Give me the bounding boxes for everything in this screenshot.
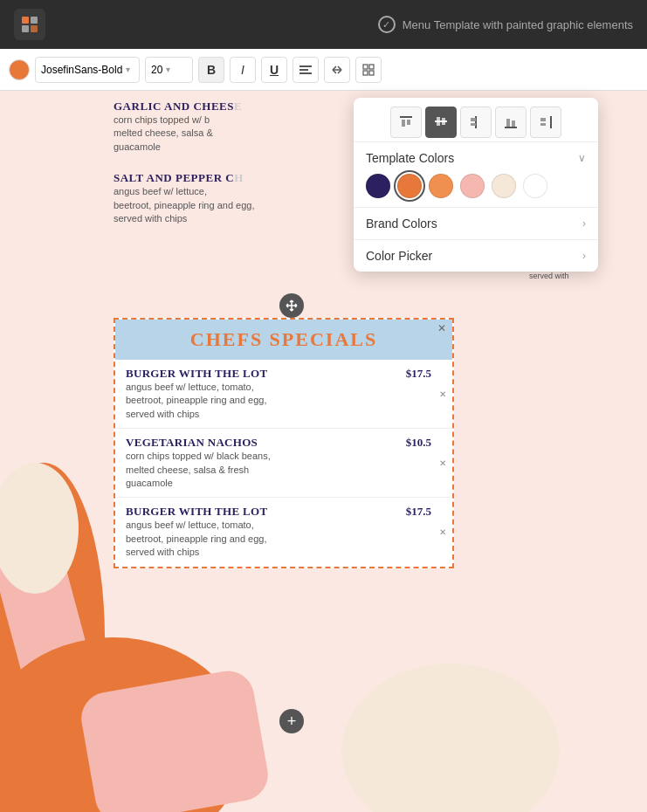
- svg-rect-22: [505, 127, 517, 128]
- expand-button[interactable]: [324, 57, 350, 83]
- swatch-orange[interactable]: [397, 174, 422, 198]
- svg-rect-27: [540, 123, 546, 126]
- swatch-light-orange[interactable]: [429, 174, 453, 198]
- alignment-controls: [354, 98, 598, 142]
- add-section-button[interactable]: +: [279, 709, 304, 733]
- svg-rect-24: [512, 120, 515, 127]
- featured-item-price-3: $17.5: [406, 505, 431, 519]
- align-btn-4[interactable]: [495, 107, 527, 138]
- swatch-pink[interactable]: [460, 174, 485, 198]
- featured-title: CHEFS SPECIALS: [124, 328, 444, 351]
- template-colors-header[interactable]: Template Colors ∨: [366, 151, 586, 165]
- featured-section: CHEFS SPECIALS ✕ BURGER WITH THE LOT $17…: [114, 318, 454, 568]
- remove-item-1[interactable]: ✕: [437, 388, 449, 400]
- align-btn-5[interactable]: [530, 107, 561, 138]
- featured-header: CHEFS SPECIALS ✕: [115, 320, 452, 360]
- svg-rect-6: [299, 72, 312, 74]
- svg-rect-8: [363, 65, 368, 69]
- remove-item-3[interactable]: ✕: [437, 526, 449, 538]
- brand-colors-chevron: ›: [582, 217, 586, 230]
- svg-rect-11: [369, 71, 374, 75]
- font-size-selector[interactable]: 20 ▾: [145, 57, 193, 83]
- status-text: Menu Template with painted graphic eleme…: [403, 18, 633, 31]
- svg-rect-10: [363, 71, 368, 75]
- svg-rect-20: [471, 118, 476, 121]
- svg-rect-5: [299, 69, 308, 71]
- featured-item-2: VEGETARIAN NACHOS $10.5 corn chips toppe…: [115, 429, 452, 498]
- svg-rect-23: [506, 119, 510, 127]
- swatch-white[interactable]: [523, 174, 547, 198]
- color-picker-title: Color Picker: [366, 249, 432, 263]
- color-picker-chevron: ›: [582, 250, 586, 262]
- close-featured-header[interactable]: ✕: [435, 321, 449, 335]
- svg-rect-21: [471, 123, 476, 126]
- bottom-decoration: [0, 637, 647, 812]
- featured-item-price-2: $10.5: [406, 436, 431, 450]
- swatch-cream[interactable]: [492, 174, 516, 198]
- header-bar: ✓ Menu Template with painted graphic ele…: [0, 0, 647, 49]
- svg-rect-4: [299, 65, 312, 67]
- brand-colors-title: Brand Colors: [366, 217, 437, 231]
- align-btn-2[interactable]: [425, 107, 457, 138]
- featured-item-price-1: $17.5: [406, 367, 431, 381]
- svg-rect-0: [22, 17, 29, 24]
- font-dropdown-icon[interactable]: ▾: [126, 65, 130, 74]
- svg-rect-1: [31, 17, 38, 24]
- italic-button[interactable]: I: [230, 57, 256, 83]
- header-status: ✓ Menu Template with painted graphic ele…: [378, 16, 633, 33]
- template-colors-section: Template Colors ∨: [354, 142, 598, 208]
- color-picker-section: Color Picker ›: [354, 240, 598, 272]
- color-indicator[interactable]: [9, 59, 30, 80]
- font-name: JosefinSans-Bold: [41, 64, 122, 76]
- svg-rect-14: [407, 120, 410, 125]
- svg-rect-26: [540, 118, 546, 121]
- svg-rect-13: [402, 120, 405, 127]
- bold-button[interactable]: B: [198, 57, 224, 83]
- featured-item-desc-2: corn chips topped w/ black beans,melted …: [126, 450, 442, 490]
- svg-rect-25: [550, 116, 552, 128]
- check-icon: ✓: [378, 16, 396, 33]
- featured-item-desc-1: angus beef w/ lettuce, tomato,beetroot, …: [126, 381, 442, 421]
- bottom-cream-shape: [341, 664, 560, 812]
- featured-item-1: BURGER WITH THE LOT $17.5 angus beef w/ …: [115, 360, 452, 429]
- featured-item-name-3: BURGER WITH THE LOT: [126, 505, 442, 519]
- svg-rect-12: [400, 116, 412, 118]
- align-btn-3[interactable]: [460, 107, 492, 138]
- svg-rect-3: [31, 25, 38, 32]
- align-button[interactable]: [293, 57, 319, 83]
- logo[interactable]: [14, 9, 45, 40]
- featured-item-3: BURGER WITH THE LOT $17.5 angus beef w/ …: [115, 498, 452, 566]
- grid-button[interactable]: [355, 57, 382, 83]
- font-selector[interactable]: JosefinSans-Bold ▾: [35, 57, 140, 83]
- svg-rect-9: [369, 65, 374, 69]
- align-btn-1[interactable]: [390, 107, 422, 138]
- swatch-dark-purple[interactable]: [366, 174, 390, 198]
- remove-item-2[interactable]: ✕: [437, 457, 449, 469]
- brand-colors-section: Brand Colors ›: [354, 208, 598, 240]
- svg-rect-2: [22, 25, 29, 32]
- svg-rect-16: [437, 117, 440, 120]
- svg-rect-18: [442, 118, 445, 125]
- color-picker-popup: Template Colors ∨ Brand Colors › Color P…: [354, 98, 598, 272]
- svg-rect-17: [437, 122, 440, 126]
- size-dropdown-icon[interactable]: ▾: [166, 65, 170, 74]
- move-handle[interactable]: [279, 293, 304, 318]
- toolbar: JosefinSans-Bold ▾ 20 ▾ B I U: [0, 49, 647, 91]
- template-colors-title: Template Colors: [366, 151, 454, 165]
- featured-item-name-2: VEGETARIAN NACHOS: [126, 436, 442, 450]
- font-size-value: 20: [151, 64, 162, 76]
- featured-item-desc-3: angus beef w/ lettuce, tomato,beetroot, …: [126, 519, 442, 559]
- template-color-swatches: [366, 174, 586, 198]
- color-picker-header[interactable]: Color Picker ›: [366, 249, 586, 263]
- underline-button[interactable]: U: [261, 57, 287, 83]
- template-colors-chevron: ∨: [578, 152, 586, 164]
- featured-item-name-1: BURGER WITH THE LOT: [126, 367, 442, 381]
- brand-colors-header[interactable]: Brand Colors ›: [366, 217, 586, 231]
